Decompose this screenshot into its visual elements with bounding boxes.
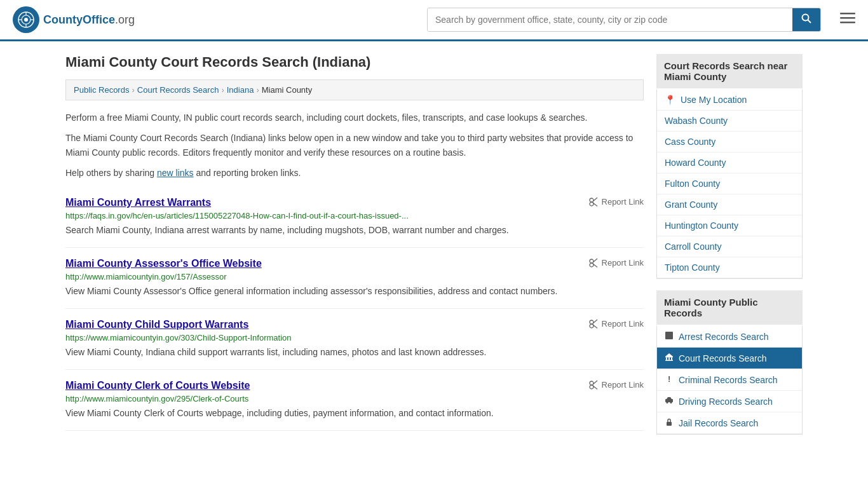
nearby-county-1[interactable]: Cass County	[657, 132, 802, 152]
result-title-3[interactable]: Miami County Clerk of Courts Website	[65, 380, 250, 391]
svg-line-22	[593, 320, 597, 323]
report-link-0[interactable]: Report Link	[588, 197, 644, 207]
nearby-county-5[interactable]: Huntington County	[657, 215, 802, 236]
svg-rect-40	[667, 422, 672, 426]
breadcrumb-sep-3: ›	[256, 85, 259, 95]
public-record-label-4: Jail Records Search	[679, 418, 758, 428]
sidebar: Court Records Search near Miami County 📍…	[656, 54, 803, 446]
nearby-county-7[interactable]: Tipton County	[657, 257, 802, 278]
svg-point-16	[590, 259, 593, 263]
svg-rect-11	[840, 22, 855, 24]
breadcrumb-miami-county: Miami County	[262, 85, 312, 95]
svg-point-2	[24, 18, 28, 22]
result-desc-3: View Miami County Clerk of Courts webpag…	[65, 407, 644, 420]
breadcrumb-sep-1: ›	[132, 85, 134, 95]
svg-marker-33	[665, 353, 673, 356]
result-url-0[interactable]: https://faqs.in.gov/hc/en-us/articles/11…	[65, 211, 644, 220]
nearby-section: Court Records Search near Miami County 📍…	[656, 54, 803, 279]
breadcrumb-sep-2: ›	[221, 85, 224, 95]
result-url-3[interactable]: http://www.miamicountyin.gov/295/Clerk-o…	[65, 394, 644, 403]
nearby-county-0[interactable]: Wabash County	[657, 111, 802, 132]
report-link-3[interactable]: Report Link	[588, 380, 644, 390]
nearby-county-3[interactable]: Fulton County	[657, 173, 802, 194]
public-record-link-3[interactable]: Driving Records Search	[657, 391, 802, 412]
results-container: Miami County Arrest Warrants Report Link…	[65, 187, 644, 431]
scissors-icon	[588, 380, 599, 390]
logo-text: CountyOffice.org	[43, 13, 135, 27]
svg-point-21	[590, 324, 593, 328]
public-records-section: Miami County Public Records Arrest Recor…	[656, 290, 803, 435]
scissors-icon	[588, 197, 599, 207]
svg-point-7	[803, 15, 809, 21]
svg-point-20	[590, 320, 593, 324]
public-records-links: Arrest Records SearchCourt Records Searc…	[656, 326, 803, 435]
main-layout: Miami County Court Records Search (India…	[53, 41, 815, 459]
public-record-label-0: Arrest Records Search	[679, 332, 769, 342]
scissors-icon	[588, 319, 599, 329]
result-url-2[interactable]: https://www.miamicountyin.gov/303/Child-…	[65, 333, 644, 342]
public-records-title: Miami County Public Records	[656, 290, 803, 325]
description-3: Help others by sharing new links and rep…	[65, 166, 644, 180]
public-record-icon-2: !	[665, 374, 674, 385]
svg-rect-29	[665, 356, 673, 358]
public-record-icon-3	[665, 396, 674, 407]
svg-point-39	[670, 402, 672, 403]
public-record-link-2[interactable]: !Criminal Records Search	[657, 369, 802, 391]
svg-line-14	[593, 198, 597, 201]
public-record-link-0[interactable]: Arrest Records Search	[657, 326, 802, 348]
content-area: Miami County Court Records Search (India…	[65, 54, 644, 446]
result-url-1[interactable]: http://www.miamicountyin.gov/157/Assesso…	[65, 272, 644, 281]
public-record-label-1: Court Records Search	[679, 353, 767, 363]
nearby-section-title: Court Records Search near Miami County	[656, 54, 803, 88]
result-title-2[interactable]: Miami County Child Support Warrants	[65, 319, 248, 330]
svg-line-8	[808, 20, 811, 24]
description-1: Perform a free Miami County, IN public c…	[65, 111, 644, 125]
public-record-label-2: Criminal Records Search	[679, 375, 778, 385]
svg-point-17	[590, 263, 593, 267]
svg-point-13	[590, 202, 593, 206]
result-item: Miami County Clerk of Courts Website Rep…	[65, 370, 644, 431]
logo-icon	[13, 6, 39, 33]
svg-rect-32	[671, 358, 672, 360]
new-links-link[interactable]: new links	[157, 168, 194, 178]
public-record-link-1[interactable]: Court Records Search	[657, 348, 802, 369]
nearby-county-6[interactable]: Carroll County	[657, 236, 802, 257]
svg-rect-9	[840, 13, 855, 15]
result-item: Miami County Child Support Warrants Repo…	[65, 309, 644, 370]
public-record-icon-1	[665, 353, 674, 363]
svg-rect-30	[666, 358, 667, 360]
result-title-1[interactable]: Miami County Assessor's Office Website	[65, 258, 262, 269]
search-button[interactable]	[792, 8, 820, 31]
result-title-0[interactable]: Miami County Arrest Warrants	[65, 197, 211, 208]
result-desc-1: View Miami County Assessor's Office gene…	[65, 285, 644, 298]
report-link-1[interactable]: Report Link	[588, 258, 644, 268]
page-title: Miami County Court Records Search (India…	[65, 54, 644, 71]
svg-rect-36	[665, 399, 673, 402]
public-record-link-4[interactable]: Jail Records Search	[657, 412, 802, 434]
svg-line-18	[593, 259, 597, 262]
result-desc-2: View Miami County, Indiana child support…	[65, 346, 644, 359]
svg-marker-37	[667, 397, 672, 399]
result-item: Miami County Arrest Warrants Report Link…	[65, 187, 644, 248]
nearby-county-4[interactable]: Grant County	[657, 194, 802, 215]
description-2: The Miami County Court Records Search (I…	[65, 131, 644, 159]
svg-point-25	[590, 385, 593, 389]
report-link-2[interactable]: Report Link	[588, 319, 644, 329]
result-item: Miami County Assessor's Office Website R…	[65, 248, 644, 309]
use-my-location-link[interactable]: 📍 Use My Location	[657, 90, 802, 111]
nearby-county-2[interactable]: Howard County	[657, 152, 802, 173]
svg-rect-34	[665, 360, 673, 362]
use-my-location-label: Use My Location	[681, 95, 747, 105]
breadcrumb: Public Records › Court Records Search › …	[65, 79, 644, 100]
public-record-icon-0	[665, 331, 674, 342]
breadcrumb-public-records[interactable]: Public Records	[74, 85, 129, 95]
breadcrumb-court-records[interactable]: Court Records Search	[137, 85, 219, 95]
search-bar	[427, 8, 821, 32]
public-record-icon-4	[665, 417, 674, 428]
breadcrumb-indiana[interactable]: Indiana	[227, 85, 254, 95]
logo-link[interactable]: CountyOffice.org	[13, 6, 135, 33]
menu-icon[interactable]	[840, 10, 855, 29]
svg-point-24	[590, 381, 593, 385]
svg-rect-28	[665, 332, 673, 339]
search-input[interactable]	[428, 8, 792, 31]
